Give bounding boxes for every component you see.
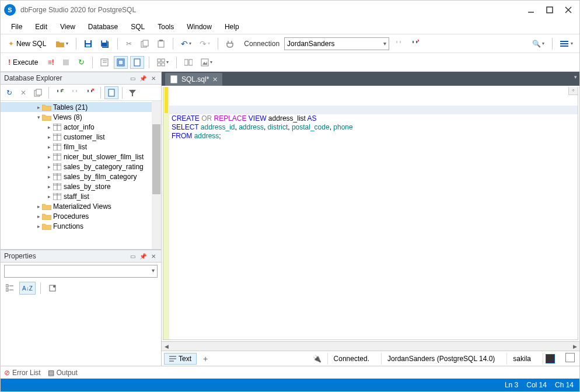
- menu-help[interactable]: Help: [219, 21, 245, 33]
- undo-button[interactable]: ↶▾: [178, 37, 194, 50]
- database-name: sakila: [506, 353, 537, 365]
- copy-node-button[interactable]: [31, 86, 45, 99]
- menu-sql[interactable]: SQL: [125, 21, 151, 33]
- sql-editor[interactable]: ÷ CREATE OR REPLACE VIEW address_list AS…: [169, 87, 578, 340]
- tb-compare-button[interactable]: [181, 56, 195, 69]
- tree-row[interactable]: ▸sales_by_category_rating: [1, 162, 161, 172]
- scroll-right-button[interactable]: ▶: [570, 344, 579, 349]
- execute-to-cursor-button[interactable]: ≡!: [44, 56, 57, 69]
- properties-object-select[interactable]: [4, 265, 158, 278]
- menu-view[interactable]: View: [54, 21, 81, 33]
- tree-scrollbar[interactable]: [152, 101, 161, 249]
- tree-row[interactable]: ▸Procedures: [1, 211, 161, 221]
- new-conn-button[interactable]: +: [53, 86, 67, 99]
- new-sql-button[interactable]: ✦New SQL: [4, 37, 50, 50]
- copy-button[interactable]: [138, 37, 152, 50]
- tab-overflow-button[interactable]: ▾: [574, 74, 577, 80]
- tb-outline-button[interactable]: [114, 56, 128, 69]
- properties-pages-button[interactable]: [46, 282, 60, 295]
- panel-window-button[interactable]: ▭: [128, 74, 137, 82]
- expand-icon[interactable]: ▸: [46, 154, 53, 160]
- maximize-button[interactable]: [546, 6, 554, 14]
- expand-icon[interactable]: ▸: [46, 144, 53, 150]
- panel-pin-button[interactable]: 📌: [139, 74, 147, 82]
- properties-close-button[interactable]: ✕: [149, 252, 158, 260]
- stop-button[interactable]: [60, 56, 72, 69]
- tb-image-button[interactable]: ▾: [198, 56, 215, 69]
- sql-toolbar: !Execute ≡! ↻ ▾ ▾: [1, 53, 579, 72]
- tree-row[interactable]: ▸sales_by_store: [1, 181, 161, 191]
- remove-connection-button[interactable]: ×: [408, 37, 422, 50]
- tree-row[interactable]: ▸Tables (21): [1, 102, 161, 112]
- expand-icon[interactable]: ▸: [46, 194, 53, 200]
- properties-window-button[interactable]: ▭: [128, 252, 137, 260]
- menu-database[interactable]: Database: [82, 21, 124, 33]
- svg-rect-15: [560, 41, 568, 42]
- refresh-tree-button[interactable]: ↻: [3, 86, 16, 99]
- tree-row[interactable]: ▸staff_list: [1, 191, 161, 201]
- tb-grid-button[interactable]: ▾: [154, 56, 172, 69]
- view-mode-filled-button[interactable]: [546, 354, 555, 363]
- execute-button[interactable]: !Execute: [4, 56, 42, 69]
- expand-icon[interactable]: ▸: [36, 104, 42, 110]
- refresh-button[interactable]: ↻: [75, 56, 88, 69]
- find-button[interactable]: 🔍▾: [529, 37, 547, 50]
- db-tree[interactable]: ▸Tables (21)▾Views (8)▸actor_info▸custom…: [1, 101, 161, 249]
- expand-icon[interactable]: ▸: [46, 164, 53, 170]
- delete-node-button[interactable]: ✕: [17, 86, 30, 99]
- connection-select[interactable]: JordanSanders: [284, 37, 389, 50]
- editor-tab[interactable]: SQL.sql* ✕: [165, 73, 222, 86]
- output-tab[interactable]: ▤Output: [48, 369, 78, 377]
- remove-conn-button[interactable]: ×: [83, 86, 97, 99]
- tree-row[interactable]: ▸customer_list: [1, 132, 161, 142]
- menu-window[interactable]: Window: [181, 21, 218, 33]
- panel-close-button[interactable]: ✕: [149, 74, 158, 82]
- tree-row[interactable]: ▸Materialized Views: [1, 201, 161, 211]
- minimize-button[interactable]: [527, 6, 535, 14]
- save-button[interactable]: [81, 37, 95, 50]
- expand-icon[interactable]: ▸: [36, 214, 42, 219]
- scroll-left-button[interactable]: ◀: [162, 344, 171, 349]
- filter-tree-button[interactable]: [126, 86, 139, 99]
- save-all-button[interactable]: [97, 37, 113, 50]
- open-dropdown-button[interactable]: ▾: [53, 37, 71, 50]
- tree-row[interactable]: ▸Functions: [1, 221, 161, 231]
- expand-icon[interactable]: ▾: [36, 114, 42, 120]
- add-view-button[interactable]: +: [200, 354, 211, 364]
- error-list-tab[interactable]: ⊘Error List: [4, 369, 41, 377]
- expand-icon[interactable]: ▸: [36, 223, 42, 229]
- tree-row[interactable]: ▸nicer_but_slower_film_list: [1, 152, 161, 162]
- close-button[interactable]: [564, 6, 572, 14]
- properties-categorized-button[interactable]: [3, 282, 17, 295]
- tree-row[interactable]: ▸sales_by_film_category: [1, 172, 161, 181]
- disconnect-button[interactable]: [392, 37, 406, 50]
- expand-icon[interactable]: ▸: [36, 204, 42, 209]
- editor-split-button[interactable]: ÷: [568, 87, 578, 95]
- menu-edit[interactable]: Edit: [29, 21, 53, 33]
- tb-script-button[interactable]: [130, 56, 144, 69]
- properties-pin-button[interactable]: 📌: [139, 252, 147, 260]
- tree-row[interactable]: ▸film_list: [1, 142, 161, 152]
- view-mode-empty-button[interactable]: [565, 353, 575, 362]
- tree-label: customer_list: [64, 133, 105, 141]
- expand-icon[interactable]: ▸: [46, 184, 53, 190]
- tree-row[interactable]: ▸actor_info: [1, 122, 161, 132]
- disconnect-tree-button[interactable]: [68, 86, 82, 99]
- text-view-button[interactable]: Text: [164, 353, 197, 365]
- editor-h-scrollbar[interactable]: ◀ ▶: [162, 341, 579, 351]
- menu-file[interactable]: File: [5, 21, 28, 33]
- settings-button[interactable]: ▾: [557, 37, 576, 50]
- tb-format-button[interactable]: [97, 56, 111, 69]
- tree-row[interactable]: ▾Views (8): [1, 112, 161, 122]
- expand-icon[interactable]: ▸: [46, 124, 53, 130]
- cut-button[interactable]: ✂: [123, 37, 135, 50]
- expand-icon[interactable]: ▸: [46, 174, 53, 180]
- expand-icon[interactable]: ▸: [46, 134, 53, 140]
- tree-mode-button[interactable]: [104, 86, 118, 99]
- redo-button[interactable]: ↷▾: [197, 37, 213, 50]
- properties-alphabetical-button[interactable]: A↓Z: [19, 282, 36, 295]
- menu-tools[interactable]: Tools: [152, 21, 180, 33]
- paste-button[interactable]: [154, 37, 168, 50]
- tab-close-button[interactable]: ✕: [212, 76, 218, 83]
- attach-connection-button[interactable]: [223, 37, 237, 50]
